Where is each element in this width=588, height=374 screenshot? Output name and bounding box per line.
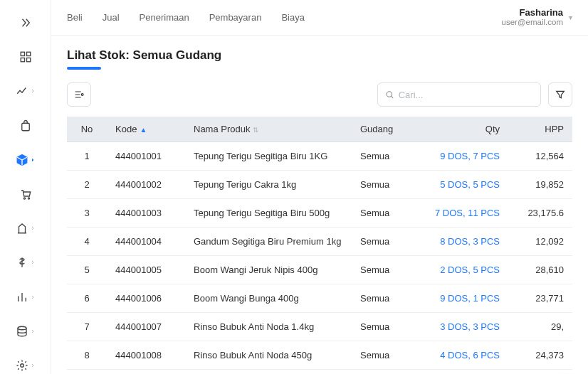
cell-nama: Rinso Bubuk Anti Noda 450g xyxy=(185,341,352,370)
cell-nama: Tepung Terigu Segitiga Biru 500g xyxy=(185,199,352,228)
cell-nama: Tepung Terigu Cakra 1kg xyxy=(185,171,352,199)
cell-hpp: 24,373 xyxy=(508,341,572,370)
col-gudang[interactable]: Gudang xyxy=(352,117,416,142)
col-nama[interactable]: Nama Produk⇅ xyxy=(185,117,352,142)
cell-no: 8 xyxy=(67,341,107,370)
cell-no: 2 xyxy=(67,171,107,199)
cell-kode: 444001005 xyxy=(107,256,185,284)
cell-hpp: 28,610 xyxy=(508,256,572,284)
table-row[interactable]: 6444001006Boom Wangi Bunga 400gSemua9 DO… xyxy=(67,284,572,313)
cell-qty: 2 DOS, 5 PCS xyxy=(416,256,508,284)
columns-button[interactable] xyxy=(67,82,91,107)
bag-icon xyxy=(19,119,32,132)
sidebar-item-settings[interactable] xyxy=(11,357,40,374)
topnav-penerimaan[interactable]: Penerimaan xyxy=(140,12,189,23)
cell-gudang: Semua xyxy=(352,341,416,370)
chevron-right-icon xyxy=(30,363,36,368)
cell-no: 7 xyxy=(67,313,107,341)
cell-kode: 444001007 xyxy=(107,313,185,341)
qty-link[interactable]: 4 DOS, 6 PCS xyxy=(440,350,500,360)
table-row[interactable]: 8444001008Rinso Bubuk Anti Noda 450gSemu… xyxy=(67,341,572,370)
sidebar-item-dashboard[interactable] xyxy=(11,48,40,65)
stock-table: No Kode▲ Nama Produk⇅ Gudang Qty HPP 144… xyxy=(67,117,572,370)
cell-qty: 4 DOS, 6 PCS xyxy=(416,341,508,370)
col-qty[interactable]: Qty xyxy=(416,117,508,142)
chart-line-icon xyxy=(16,85,28,97)
table-row[interactable]: 4444001004Gandum Segitiga Biru Premium 1… xyxy=(67,228,572,256)
table-row[interactable]: 7444001007Rinso Bubuk Anti Noda 1.4kgSem… xyxy=(67,313,572,341)
cell-nama: Gandum Segitiga Biru Premium 1kg xyxy=(185,228,352,256)
table-row[interactable]: 3444001003Tepung Terigu Segitiga Biru 50… xyxy=(67,199,572,228)
cell-kode: 444001004 xyxy=(107,228,185,256)
topnav-beli[interactable]: Beli xyxy=(67,12,83,23)
cell-kode: 444001006 xyxy=(107,284,185,313)
sidebar-item-analytics[interactable] xyxy=(11,82,40,100)
double-chevron-right-icon xyxy=(19,16,32,29)
sidebar-item-finance[interactable] xyxy=(11,254,40,271)
search-box[interactable] xyxy=(377,82,541,107)
user-name: Fasharina xyxy=(502,7,563,18)
database-icon xyxy=(16,325,28,338)
qty-link[interactable]: 5 DOS, 5 PCS xyxy=(440,179,500,190)
sidebar-item-building[interactable] xyxy=(11,220,40,237)
sidebar-item-cart[interactable] xyxy=(11,186,40,203)
qty-link[interactable]: 9 DOS, 1 PCS xyxy=(440,293,500,304)
cell-hpp: 29, xyxy=(508,313,572,341)
cell-gudang: Semua xyxy=(352,284,416,313)
cell-hpp: 23,175.6 xyxy=(508,199,572,228)
search-icon xyxy=(385,90,394,100)
user-menu[interactable]: Fasharina user@email.com ▾ xyxy=(502,7,572,28)
progress-indicator xyxy=(67,67,101,70)
cell-qty: 3 DOS, 3 PCS xyxy=(416,313,508,341)
svg-rect-3 xyxy=(26,58,30,62)
gear-icon xyxy=(16,359,28,372)
cell-no: 4 xyxy=(67,228,107,256)
cell-gudang: Semua xyxy=(352,228,416,256)
qty-link[interactable]: 7 DOS, 11 PCS xyxy=(435,208,500,218)
cell-gudang: Semua xyxy=(352,256,416,284)
content: Lihat Stok: Semua Gudang No xyxy=(51,36,588,370)
cell-nama: Rinso Bubuk Anti Noda 1.4kg xyxy=(185,313,352,341)
qty-link[interactable]: 2 DOS, 5 PCS xyxy=(440,265,500,275)
cell-gudang: Semua xyxy=(352,313,416,341)
topnav-pembayaran[interactable]: Pembayaran xyxy=(209,12,262,23)
user-email: user@email.com xyxy=(502,18,563,28)
chevron-right-icon xyxy=(30,260,36,265)
cell-hpp: 19,852 xyxy=(508,171,572,199)
sidebar-item-purchase[interactable] xyxy=(11,117,40,134)
cell-hpp: 23,771 xyxy=(508,284,572,313)
col-kode[interactable]: Kode▲ xyxy=(107,117,185,142)
sort-neutral-icon: ⇅ xyxy=(253,126,258,134)
svg-rect-1 xyxy=(26,53,30,56)
sidebar-item-inventory[interactable] xyxy=(11,151,40,169)
topnav-jual[interactable]: Jual xyxy=(103,12,120,23)
sidebar-toggle[interactable] xyxy=(11,14,40,31)
cell-gudang: Semua xyxy=(352,171,416,199)
svg-point-9 xyxy=(81,94,83,96)
search-input[interactable] xyxy=(399,90,533,100)
qty-link[interactable]: 9 DOS, 7 PCS xyxy=(440,151,500,161)
table-row[interactable]: 1444001001Tepung Terigu Segitiga Biru 1K… xyxy=(67,142,572,171)
cart-icon xyxy=(19,188,32,201)
svg-rect-2 xyxy=(21,58,24,62)
sidebar-item-reports[interactable] xyxy=(11,289,40,306)
filter-button[interactable] xyxy=(548,82,572,107)
svg-point-8 xyxy=(20,364,23,368)
cell-kode: 444001008 xyxy=(107,341,185,370)
qty-link[interactable]: 3 DOS, 3 PCS xyxy=(440,321,500,332)
cell-nama: Tepung Terigu Segitiga Biru 1KG xyxy=(185,142,352,171)
qty-link[interactable]: 8 DOS, 3 PCS xyxy=(440,236,500,247)
chevron-right-icon xyxy=(30,225,36,231)
table-row[interactable]: 5444001005Boom Wangi Jeruk Nipis 400gSem… xyxy=(67,256,572,284)
topnav-biaya[interactable]: Biaya xyxy=(281,12,305,23)
topnav: Beli Jual Penerimaan Pembayaran Biaya Fa… xyxy=(51,0,588,36)
caret-down-icon: ▾ xyxy=(569,14,572,21)
cell-no: 5 xyxy=(67,256,107,284)
cell-qty: 9 DOS, 7 PCS xyxy=(416,142,508,171)
cell-nama: Boom Wangi Bunga 400g xyxy=(185,284,352,313)
col-no[interactable]: No xyxy=(67,117,107,142)
sidebar-item-database[interactable] xyxy=(11,323,40,340)
table-row[interactable]: 2444001002Tepung Terigu Cakra 1kgSemua5 … xyxy=(67,171,572,199)
chevron-right-icon xyxy=(30,294,36,300)
col-hpp[interactable]: HPP xyxy=(508,117,572,142)
